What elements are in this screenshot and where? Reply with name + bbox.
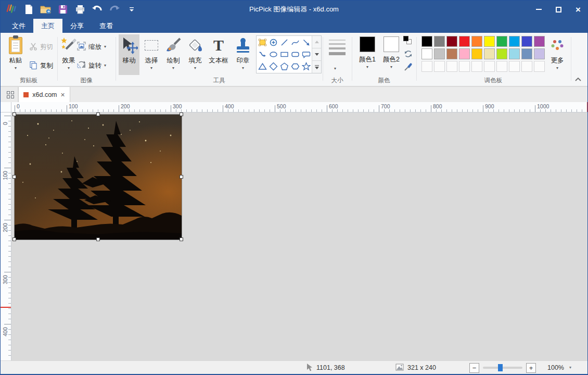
document-tab[interactable]: x6d.com × bbox=[18, 87, 70, 103]
selection-handle-s[interactable] bbox=[96, 238, 100, 241]
palette-swatch[interactable] bbox=[446, 48, 457, 59]
zoom-plus-shape-icon[interactable] bbox=[268, 36, 279, 48]
color1-button[interactable]: 颜色1 ▾ bbox=[356, 34, 379, 75]
selected-image[interactable] bbox=[15, 115, 182, 240]
stamp-tool-button[interactable]: 印章 ▾ bbox=[233, 34, 253, 75]
line-width-icon[interactable] bbox=[329, 40, 346, 58]
palette-swatch[interactable] bbox=[471, 36, 482, 47]
palette-swatch-empty[interactable] bbox=[434, 61, 445, 72]
palette-swatch-empty[interactable] bbox=[484, 61, 495, 72]
palette-swatch-empty[interactable] bbox=[496, 61, 507, 72]
selection-handle-se[interactable] bbox=[180, 238, 183, 241]
save-icon[interactable] bbox=[57, 3, 69, 16]
canvas-area[interactable] bbox=[11, 113, 588, 360]
swap-colors-icon[interactable] bbox=[403, 36, 413, 45]
selection-handle-w[interactable] bbox=[12, 175, 16, 179]
palette-swatch[interactable] bbox=[496, 36, 507, 47]
selection-handle-n[interactable] bbox=[96, 113, 100, 116]
palette-swatch[interactable] bbox=[421, 36, 432, 47]
selection-handle-ne[interactable] bbox=[180, 113, 183, 116]
diamond-shape-icon[interactable] bbox=[268, 60, 279, 72]
palette-swatch-empty[interactable] bbox=[521, 61, 532, 72]
palette-swatch-empty[interactable] bbox=[459, 61, 470, 72]
zoom-in-button[interactable]: + bbox=[526, 363, 536, 373]
line-shape-icon[interactable] bbox=[279, 36, 290, 48]
zoom-out-button[interactable]: − bbox=[469, 363, 479, 373]
redo-icon[interactable] bbox=[108, 3, 121, 16]
more-colors-button[interactable]: 更多 ▾ bbox=[546, 34, 568, 75]
palette-swatch[interactable] bbox=[434, 48, 445, 59]
palette-swatch[interactable] bbox=[471, 48, 482, 59]
rectangle-shape-icon[interactable] bbox=[279, 48, 290, 60]
selection-handle-sw[interactable] bbox=[12, 238, 16, 241]
ellipse-shape-icon[interactable] bbox=[268, 48, 279, 60]
palette-swatch[interactable] bbox=[509, 48, 520, 59]
palette-swatch[interactable] bbox=[509, 36, 520, 47]
palette-swatch[interactable] bbox=[434, 36, 445, 47]
palette-swatch[interactable] bbox=[484, 48, 495, 59]
rounded-rectangle-shape-icon[interactable] bbox=[290, 48, 301, 60]
curve-shape-icon[interactable] bbox=[290, 36, 301, 48]
palette-swatch[interactable] bbox=[421, 48, 432, 59]
new-file-icon[interactable] bbox=[22, 3, 35, 16]
reset-colors-icon[interactable] bbox=[403, 49, 413, 58]
collapse-ribbon-button[interactable] bbox=[573, 76, 583, 83]
zoom-slider-thumb[interactable] bbox=[498, 364, 503, 371]
palette-swatch-empty[interactable] bbox=[534, 61, 545, 72]
tab-layout-icon[interactable] bbox=[3, 87, 18, 103]
zoom-percentage[interactable]: 100% bbox=[547, 364, 564, 371]
palette-swatch[interactable] bbox=[446, 36, 457, 47]
shapes-scroll-down-button[interactable] bbox=[312, 48, 321, 61]
cut-button[interactable]: 剪切 bbox=[29, 40, 53, 54]
hexagon-shape-icon[interactable] bbox=[290, 60, 301, 72]
ribbon-tab-文件[interactable]: 文件 bbox=[4, 19, 33, 33]
palette-swatch[interactable] bbox=[534, 36, 545, 47]
selection-rectangle-shape-icon[interactable] bbox=[257, 36, 268, 48]
zoom-caret[interactable]: ▾ bbox=[569, 366, 571, 370]
paste-button[interactable]: 粘贴 ▾ bbox=[4, 34, 27, 75]
speech-bubble-shape-icon[interactable] bbox=[301, 48, 312, 60]
print-icon[interactable] bbox=[74, 3, 86, 16]
ribbon-tab-分享[interactable]: 分享 bbox=[62, 19, 92, 33]
shapes-more-button[interactable] bbox=[312, 61, 321, 73]
effects-button[interactable]: 效果 ▾ bbox=[58, 34, 79, 75]
zoom-slider[interactable] bbox=[483, 367, 522, 369]
triangle-shape-icon[interactable] bbox=[257, 60, 268, 72]
eyedropper-icon[interactable] bbox=[403, 62, 413, 71]
resize-button[interactable]: 缩放 ▾ bbox=[77, 40, 106, 54]
ribbon-tab-主页[interactable]: 主页 bbox=[33, 19, 62, 33]
palette-swatch[interactable] bbox=[484, 36, 495, 47]
shapes-scroll-up-button[interactable] bbox=[312, 36, 321, 48]
palette-swatch[interactable] bbox=[496, 48, 507, 59]
undo-icon[interactable] bbox=[91, 3, 104, 16]
open-file-icon[interactable] bbox=[40, 3, 52, 16]
curved-connector-shape-icon[interactable] bbox=[257, 48, 268, 60]
document-tab-close-icon[interactable]: × bbox=[61, 91, 65, 98]
palette-swatch[interactable] bbox=[459, 48, 470, 59]
textbox-tool-button[interactable]: T 文本框 bbox=[206, 34, 231, 75]
toolbar-options-icon[interactable] bbox=[125, 3, 138, 16]
maximize-button[interactable] bbox=[548, 0, 568, 19]
palette-swatch-empty[interactable] bbox=[446, 61, 457, 72]
fill-tool-button[interactable]: 填充 ▾ bbox=[185, 34, 205, 75]
palette-swatch-empty[interactable] bbox=[421, 61, 432, 72]
copy-button[interactable]: 复制 bbox=[29, 59, 53, 72]
select-tool-button[interactable]: 选择 ▾ bbox=[142, 34, 161, 75]
rotate-button[interactable]: 旋转 ▾ bbox=[77, 59, 106, 72]
palette-swatch[interactable] bbox=[534, 48, 545, 59]
palette-swatch[interactable] bbox=[521, 48, 532, 59]
palette-swatch[interactable] bbox=[459, 36, 470, 47]
draw-tool-button[interactable]: 绘制 ▾ bbox=[163, 34, 183, 75]
color2-button[interactable]: 颜色2 ▾ bbox=[380, 34, 403, 75]
arrow-shape-icon[interactable] bbox=[301, 36, 312, 48]
star-shape-icon[interactable] bbox=[301, 60, 312, 72]
close-button[interactable]: × bbox=[568, 0, 588, 19]
ribbon-tab-查看[interactable]: 查看 bbox=[92, 19, 121, 33]
pentagon-shape-icon[interactable] bbox=[279, 60, 290, 72]
palette-swatch[interactable] bbox=[521, 36, 532, 47]
minimize-button[interactable] bbox=[529, 0, 548, 19]
palette-swatch-empty[interactable] bbox=[509, 61, 520, 72]
selection-handle-nw[interactable] bbox=[12, 113, 16, 116]
palette-swatch-empty[interactable] bbox=[471, 61, 482, 72]
move-tool-button[interactable]: 移动 bbox=[119, 34, 139, 75]
